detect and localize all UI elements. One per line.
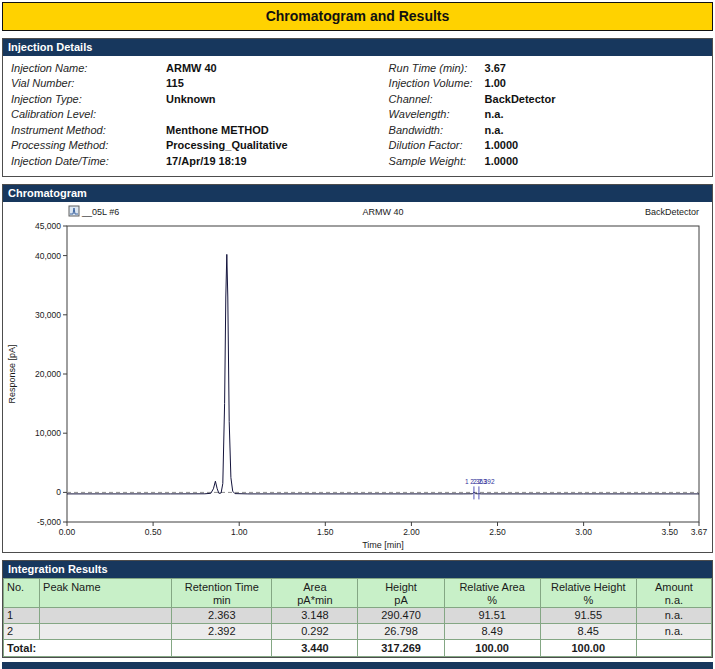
detail-value: 3.67 (485, 62, 506, 74)
result-cell-peak_name (40, 607, 172, 623)
result-cell-retention_time: 2.392 (172, 623, 272, 639)
chromatogram-section: Chromatogram -5,000010,00020,00030,00040… (2, 184, 713, 553)
y-tick-label: 20,000 (35, 369, 61, 379)
detail-row: Dilution Factor:1.0000 (389, 138, 708, 154)
detail-value: 115 (166, 77, 184, 89)
detail-row: Processing Method:Processing_Qualitative (6, 138, 389, 154)
column-header: HeightpA (358, 578, 444, 607)
report-page: Chromatogram and Results Injection Detai… (0, 0, 715, 669)
report-title: Chromatogram and Results (2, 2, 713, 31)
plot-frame (67, 226, 699, 522)
column-header: AreapA*min (272, 578, 358, 607)
result-cell-relative_height: 91.55 (540, 607, 636, 623)
detail-row: Channel:BackDetector (389, 91, 708, 107)
column-header: Relative Height% (540, 578, 636, 607)
column-header: No. (4, 578, 40, 607)
footer-bar (2, 662, 713, 669)
detail-value: n.a. (485, 108, 504, 120)
column-name: Retention Time (175, 580, 268, 594)
total-amount (636, 639, 711, 656)
integration-results-section: Integration Results No.Peak NameRetentio… (2, 560, 713, 658)
integration-results-header: Integration Results (3, 561, 712, 578)
detector-label: BackDetector (645, 207, 699, 217)
detail-value: Unknown (166, 93, 216, 105)
column-name: Relative Area (448, 580, 537, 594)
x-tick-label: 3.00 (575, 527, 592, 537)
x-axis-label: Time [min] (362, 540, 404, 550)
detail-value: n.a. (485, 124, 504, 136)
injection-details-right-column: Run Time (min):3.67Injection Volume:1.00… (389, 60, 708, 169)
y-tick-label: 0 (56, 487, 61, 497)
detail-row: Sample Weight:1.0000 (389, 153, 708, 169)
result-cell-area: 3.148 (272, 607, 358, 623)
detail-label: Processing Method: (6, 139, 166, 151)
column-name: Amount (640, 580, 708, 594)
column-header: Retention Timemin (172, 578, 272, 607)
total-relative-height: 100.00 (540, 639, 636, 656)
detail-row: Bandwidth:n.a. (389, 122, 708, 138)
column-unit: % (544, 594, 633, 607)
column-unit: % (448, 594, 537, 607)
chromatogram-chart: -5,000010,00020,00030,00040,00045,0000.0… (3, 202, 710, 552)
total-relative-area: 100.00 (444, 639, 540, 656)
detail-value: 1.00 (485, 77, 506, 89)
x-tick-label: 1.00 (231, 527, 248, 537)
detail-row: Injection Volume:1.00 (389, 76, 708, 92)
total-label: Total: (4, 639, 172, 656)
detail-value: BackDetector (485, 93, 556, 105)
x-tick-label: 0.50 (145, 527, 162, 537)
peak-annotation: 2 2.392 (473, 478, 495, 485)
detail-label: Vial Number: (6, 77, 166, 89)
result-cell-amount: n.a. (636, 623, 711, 639)
detail-value: 1.0000 (485, 155, 519, 167)
column-unit: min (175, 594, 268, 607)
detail-label: Calibration Level: (6, 108, 166, 120)
result-cell-no: 2 (4, 623, 40, 639)
result-cell-height: 290.470 (358, 607, 444, 623)
x-tick-label: 1.50 (317, 527, 334, 537)
series-label: __05L #6 (81, 207, 119, 217)
y-tick-label: 40,000 (35, 250, 61, 260)
result-cell-relative_area: 8.49 (444, 623, 540, 639)
detail-label: Run Time (min): (389, 62, 485, 74)
detail-value: 17/Apr/19 18:19 (166, 155, 247, 167)
detail-label: Injection Volume: (389, 77, 485, 89)
result-row: 22.3920.29226.7988.498.45n.a. (4, 623, 712, 639)
x-tick-label: 0.00 (59, 527, 76, 537)
column-header: Relative Area% (444, 578, 540, 607)
total-retention-time (172, 639, 272, 656)
result-cell-amount: n.a. (636, 607, 711, 623)
detail-value: Processing_Qualitative (166, 139, 288, 151)
detail-label: Dilution Factor: (389, 139, 485, 151)
plot-layer: -5,000010,00020,00030,00040,00045,0000.0… (35, 221, 708, 537)
injection-details-body: Injection Name:ARMW 40Vial Number:115Inj… (3, 56, 712, 176)
column-header: Peak Name (40, 578, 172, 607)
injection-details-left-column: Injection Name:ARMW 40Vial Number:115Inj… (6, 60, 389, 169)
detail-label: Injection Date/Time: (6, 155, 166, 167)
result-cell-relative_area: 91.51 (444, 607, 540, 623)
detail-value: ARMW 40 (166, 62, 217, 74)
integration-results-table: No.Peak NameRetention TimeminAreapA*minH… (3, 578, 712, 657)
series-icon (69, 206, 79, 216)
y-tick-label: 30,000 (35, 309, 61, 319)
x-tick-label: 2.50 (489, 527, 506, 537)
column-header: Amountn.a. (636, 578, 711, 607)
result-row: 12.3633.148290.47091.5191.55n.a. (4, 607, 712, 623)
result-cell-peak_name (40, 623, 172, 639)
detail-row: Injection Name:ARMW 40 (6, 60, 389, 76)
detail-label: Instrument Method: (6, 124, 166, 136)
chromatogram-chart-area: -5,000010,00020,00030,00040,00045,0000.0… (3, 202, 712, 552)
column-name: Peak Name (43, 580, 168, 594)
y-axis-label: Response [pA] (7, 344, 17, 403)
result-cell-height: 26.798 (358, 623, 444, 639)
detail-value: 1.0000 (485, 139, 519, 151)
column-unit: n.a. (640, 594, 708, 607)
detail-label: Wavelength: (389, 108, 485, 120)
detail-row: Injection Date/Time:17/Apr/19 18:19 (6, 153, 389, 169)
chart-sample-title: ARMW 40 (362, 207, 403, 217)
result-cell-relative_height: 8.45 (540, 623, 636, 639)
y-tick-label: 10,000 (35, 428, 61, 438)
detail-label: Injection Type: (6, 93, 166, 105)
detail-label: Bandwidth: (389, 124, 485, 136)
y-tick-label: -5,000 (37, 517, 61, 527)
